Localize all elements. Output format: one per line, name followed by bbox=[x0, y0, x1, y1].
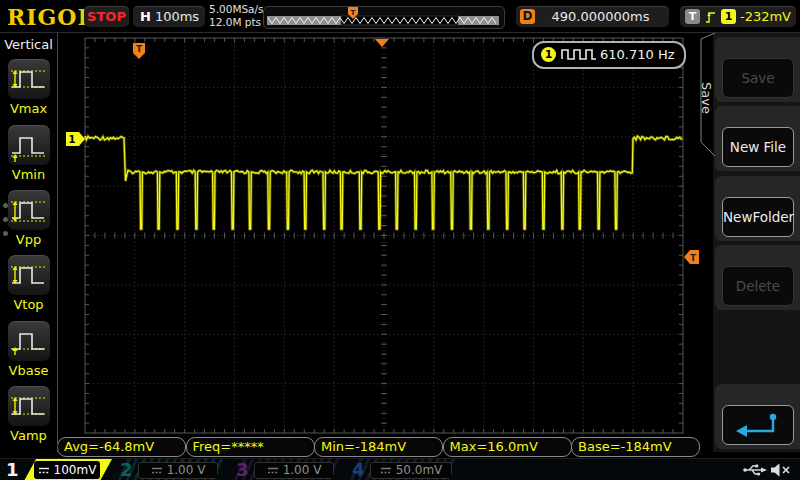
trigger-icon: T bbox=[685, 9, 700, 24]
timebase-prefix: H bbox=[140, 6, 151, 27]
waveform-memory-bar[interactable]: T bbox=[263, 6, 505, 29]
memory-depth: 12.0M pts bbox=[209, 16, 264, 29]
frequency-counter: 1 610.710 Hz bbox=[532, 41, 686, 69]
delay-value: 490.000000ms bbox=[536, 6, 665, 27]
vpp-icon bbox=[8, 190, 48, 228]
trigger-position-marker bbox=[375, 39, 389, 47]
back-button[interactable] bbox=[722, 405, 794, 445]
back-arrow-icon bbox=[734, 411, 782, 439]
counter-channel-badge: 1 bbox=[541, 47, 556, 62]
dc-coupling-icon bbox=[151, 466, 163, 475]
svg-text:T: T bbox=[136, 44, 143, 54]
svg-text:T: T bbox=[690, 253, 697, 263]
speaker-muted-icon bbox=[770, 462, 792, 478]
horizontal-delay-box[interactable]: D 490.000000ms bbox=[516, 6, 669, 27]
vtop-icon bbox=[8, 255, 48, 293]
menu-item-vbase[interactable]: Vbase bbox=[0, 320, 57, 378]
rising-edge-icon bbox=[705, 9, 717, 24]
vmin-icon bbox=[8, 125, 48, 163]
menu-tab-label: Save bbox=[700, 58, 714, 138]
timebase-box[interactable]: H 100ms bbox=[133, 6, 205, 27]
scope-markers: 1TT bbox=[66, 39, 699, 264]
sample-rate: 5.00MSa/s bbox=[209, 3, 264, 16]
usb-icon bbox=[742, 462, 768, 478]
status-bar: RIGOL STOP H 100ms 5.00MSa/s 12.0M pts T… bbox=[0, 0, 800, 33]
new-file-button[interactable]: New File bbox=[722, 127, 794, 167]
new-folder-button[interactable]: NewFolder bbox=[722, 197, 794, 237]
save-button[interactable]: Save bbox=[722, 58, 794, 98]
left-menu-title: Vertical bbox=[0, 32, 57, 52]
delete-button[interactable]: Delete bbox=[722, 266, 794, 306]
menu-item-vmax[interactable]: Vmax bbox=[0, 58, 57, 116]
menu-page-indicator bbox=[3, 203, 8, 245]
trigger-info-box[interactable]: T 1 -232mV bbox=[680, 6, 796, 27]
channel-3-status[interactable]: 3 1.00 V bbox=[228, 459, 342, 480]
channel-4-status[interactable]: 4 50.0mV bbox=[344, 459, 460, 480]
measurement-max: Max=16.0mV bbox=[443, 437, 572, 457]
measurement-min: Min=-184mV bbox=[314, 437, 443, 457]
oscilloscope-screen: 1TT RIGOL STOP H 100ms 5.00MSa/s 12.0M p… bbox=[0, 0, 800, 480]
menu-item-vamp[interactable]: Vamp bbox=[0, 385, 57, 443]
run-state-button[interactable]: STOP bbox=[84, 6, 129, 27]
rigol-logo: RIGOL bbox=[7, 4, 94, 30]
dc-coupling-icon bbox=[38, 466, 50, 475]
acquisition-info: 5.00MSa/s 12.0M pts bbox=[209, 3, 264, 29]
menu-item-vmin[interactable]: Vmin bbox=[0, 124, 57, 182]
vbase-icon bbox=[8, 321, 48, 359]
timebase-value: 100ms bbox=[153, 6, 201, 27]
channel-2-status[interactable]: 2 1.00 V bbox=[112, 459, 226, 480]
channel-status-bar: 1 100mV 2 1.00 V 3 bbox=[0, 458, 800, 480]
menu-item-vpp[interactable]: Vpp bbox=[0, 189, 57, 247]
counter-value: 610.710 Hz bbox=[600, 43, 675, 66]
delay-icon: D bbox=[520, 9, 535, 24]
graticule-and-trace: 1TT bbox=[0, 0, 800, 480]
dc-coupling-icon bbox=[380, 466, 392, 475]
vmax-icon bbox=[8, 59, 48, 97]
right-menu: Save Save New File NewFolder Delete bbox=[700, 32, 800, 452]
measurement-freq: Freq=***** bbox=[186, 437, 315, 457]
measurement-base: Base=-184mV bbox=[571, 437, 700, 457]
svg-text:1: 1 bbox=[69, 134, 76, 145]
left-menu: Vertical Vmax Vmin Vpp Vtop Vbase Vamp bbox=[0, 32, 58, 452]
trigger-channel-badge: 1 bbox=[721, 9, 736, 24]
trigger-level-value: -232mV bbox=[738, 6, 791, 27]
svg-text:T: T bbox=[351, 9, 356, 17]
graticule bbox=[85, 38, 683, 433]
menu-item-vtop[interactable]: Vtop bbox=[0, 254, 57, 312]
dc-coupling-icon bbox=[267, 466, 279, 475]
square-wave-icon bbox=[561, 48, 597, 61]
measurement-avg: Avg=-64.8mV bbox=[57, 437, 186, 457]
vamp-icon bbox=[8, 386, 48, 424]
